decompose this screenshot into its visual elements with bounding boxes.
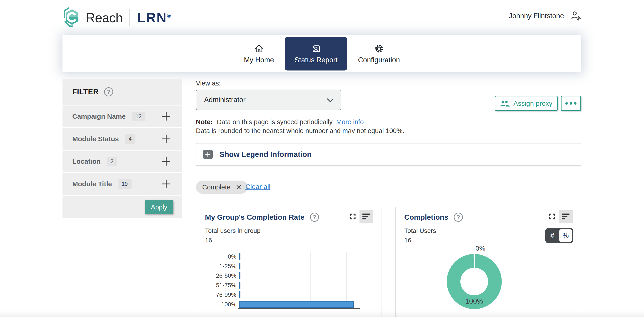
filter-title: FILTER (72, 88, 98, 96)
expand-plus-icon[interactable] (162, 112, 170, 121)
bar-category-label: 1-25% (205, 261, 236, 271)
sync-note: Note: Data on this page is synced period… (196, 118, 364, 126)
tab-my-home[interactable]: My Home (234, 37, 284, 71)
tab-label: Status Report (294, 56, 338, 64)
note-text: Data on this page is synced periodically (217, 118, 332, 126)
bar-zero-stub (239, 272, 240, 279)
chevron-down-icon (327, 98, 334, 103)
filter-row-module-title[interactable]: Module Title 19 (62, 172, 182, 195)
card-header: My Group's Completion Rate ? (205, 213, 319, 222)
list-bars-icon (562, 213, 570, 220)
bar-row: 0% (205, 252, 374, 261)
brand-divider (130, 9, 130, 26)
bar-zero-stub (239, 282, 240, 288)
filter-row-module-status[interactable]: Module Status 4 (62, 127, 182, 150)
donut-label-zero: 0% (463, 244, 498, 252)
bar (239, 301, 354, 308)
bar-row: 26-50% (205, 271, 374, 280)
status-report-icon (311, 44, 321, 54)
completion-rate-bar-chart: 0%1-25%26-50%51-75%76-99%100% (205, 252, 374, 311)
number-percent-toggle: # % (546, 228, 573, 243)
expand-plus-icon[interactable] (162, 135, 170, 143)
bar-category-label: 51-75% (205, 280, 236, 290)
total-users-label: Total Users (404, 227, 436, 234)
total-users-value: 16 (404, 237, 411, 244)
list-view-button[interactable] (360, 210, 373, 223)
fullscreen-view-button[interactable] (545, 210, 559, 223)
chip-remove-icon[interactable] (236, 184, 241, 190)
view-as-dropdown[interactable]: Administrator (196, 90, 341, 110)
apply-button[interactable]: Apply (145, 200, 174, 214)
expand-plus-icon[interactable] (162, 180, 170, 188)
help-icon[interactable]: ? (104, 87, 113, 96)
show-legend-expander[interactable]: Show Legend Information (196, 143, 581, 166)
gear-icon (374, 44, 384, 54)
total-users-value: 16 (205, 237, 212, 244)
filter-row-campaign-name[interactable]: Campaign Name 12 (62, 105, 182, 127)
bar-row: 1-25% (205, 261, 374, 271)
bar-row: 51-75% (205, 280, 374, 290)
view-as-value: Administrator (204, 96, 246, 104)
list-bars-icon (362, 213, 371, 220)
bar-zero-stub (239, 263, 240, 269)
filter-label: Module Title (72, 180, 112, 188)
group-completion-card: My Group's Completion Rate ? Total users… (196, 207, 382, 317)
count-badge: 4 (125, 134, 136, 144)
clear-all-link[interactable]: Clear all (246, 183, 270, 191)
filter-label: Location (72, 158, 101, 165)
expand-plus-icon[interactable] (162, 157, 170, 166)
view-mode-control (346, 210, 373, 223)
card-header: Completions ? (404, 213, 463, 222)
tab-configuration[interactable]: Configuration (348, 37, 409, 71)
percent-mode-button[interactable]: % (559, 229, 572, 242)
bar-zero-stub (239, 291, 240, 298)
apply-row: Apply (62, 195, 182, 218)
count-badge: 2 (106, 157, 117, 166)
registered-mark: ® (167, 13, 171, 19)
tab-label: My Home (244, 56, 274, 64)
assign-proxy-button[interactable]: Assign proxy (495, 96, 558, 111)
card-title: My Group's Completion Rate (205, 213, 304, 221)
completions-card: Completions ? Total Users 16 # % 0% 100% (395, 207, 581, 317)
more-info-link[interactable]: More info (336, 118, 364, 126)
count-badge: 19 (118, 179, 132, 189)
tab-status-report[interactable]: Status Report (285, 37, 347, 71)
people-icon (500, 100, 510, 107)
app-header: Reach LRN® Johnny Flintstone (0, 0, 644, 35)
brand-logo: Reach LRN® (62, 6, 171, 30)
bar-category-label: 26-50% (205, 271, 236, 280)
fullscreen-view-button[interactable] (346, 210, 360, 223)
count-badge: 12 (132, 112, 146, 121)
user-name: Johnny Flintstone (509, 12, 564, 20)
filter-label: Module Status (72, 135, 119, 143)
reach-hexagon-icon (62, 6, 82, 29)
filter-chip-complete[interactable]: Complete (196, 181, 248, 194)
bar-category-label: 0% (205, 252, 236, 261)
company-name: LRN (137, 10, 167, 25)
user-area: Johnny Flintstone (509, 11, 581, 21)
note-prefix: Note: (196, 118, 213, 126)
bar-row: 76-99% (205, 290, 374, 299)
filter-row-location[interactable]: Location 2 (62, 150, 182, 172)
view-mode-control (545, 210, 573, 223)
help-icon[interactable]: ? (454, 213, 463, 222)
more-options-button[interactable] (561, 96, 581, 111)
rounding-note: Data is rounded to the nearest whole num… (196, 127, 404, 135)
product-name: Reach (86, 10, 123, 25)
expand-plus-square-icon[interactable] (203, 150, 213, 159)
donut-label-hundred: 100% (457, 297, 491, 305)
bar-category-label: 100% (205, 299, 236, 309)
manage-account-icon[interactable] (570, 11, 581, 21)
chip-label: Complete (202, 183, 230, 191)
bar-row: 100% (205, 299, 374, 309)
total-users-label: Total users in group (205, 227, 260, 234)
home-icon (254, 44, 264, 54)
main-nav: My Home Status Report Configuration (62, 35, 581, 72)
assign-proxy-label: Assign proxy (513, 100, 552, 107)
number-mode-button[interactable]: # (546, 228, 559, 243)
show-legend-label: Show Legend Information (220, 150, 312, 159)
help-icon[interactable]: ? (310, 213, 319, 222)
bar-zero-stub (239, 253, 240, 260)
view-as-label: View as: (196, 80, 221, 87)
list-view-button[interactable] (559, 210, 573, 223)
